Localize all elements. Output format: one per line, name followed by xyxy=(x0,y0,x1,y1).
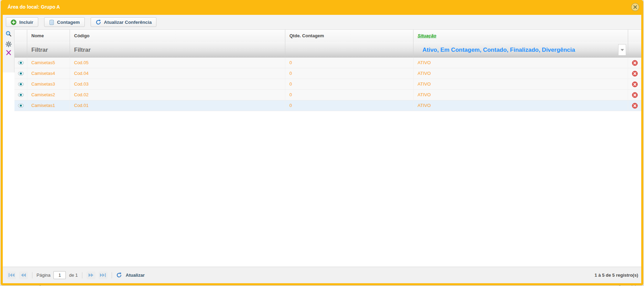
filter-codigo-input[interactable]: Filtrar xyxy=(70,42,285,58)
filter-actions-column xyxy=(628,42,641,58)
delete-row-button[interactable] xyxy=(628,79,641,89)
cell-nome: Camisetas3 xyxy=(27,79,70,89)
eye-icon xyxy=(18,93,24,97)
table-row-selected[interactable]: Camisetas1 Cod.01 0 ATIVO xyxy=(14,100,641,111)
close-icon[interactable] xyxy=(631,3,639,11)
table-row[interactable]: Camisetas5 Cod.05 0 ATIVO xyxy=(14,58,641,68)
view-row-button[interactable] xyxy=(14,100,27,111)
view-row-button[interactable] xyxy=(14,68,27,79)
gear-icon[interactable] xyxy=(6,41,12,47)
filter-nome-input[interactable]: Filtrar xyxy=(27,42,70,58)
cell-qtde: 0 xyxy=(285,68,413,79)
prev-page-button[interactable] xyxy=(19,272,28,279)
cell-qtde: 0 xyxy=(285,58,413,68)
cell-codigo: Cod.02 xyxy=(70,90,285,100)
delete-row-button[interactable] xyxy=(628,68,641,79)
cell-situacao: ATIVO xyxy=(413,100,628,111)
contagem-button[interactable]: Contagem xyxy=(44,17,85,27)
first-page-button[interactable] xyxy=(7,272,16,279)
records-table: Nome Código Qtde. Contagem Situação Filt… xyxy=(14,29,641,111)
cell-codigo: Cod.03 xyxy=(70,79,285,89)
table-row[interactable]: Camisetas2 Cod.02 0 ATIVO xyxy=(14,90,641,100)
atualizar-conferencia-button[interactable]: Atualizar Conferência xyxy=(91,17,157,27)
plus-circle-icon xyxy=(11,19,17,25)
pagination-divider xyxy=(82,272,82,278)
refresh-icon xyxy=(95,19,101,25)
incluir-button[interactable]: Incluir xyxy=(6,17,38,27)
table-row[interactable]: Camisetas4 Cod.04 0 ATIVO xyxy=(14,68,641,79)
situacao-dropdown-button[interactable] xyxy=(618,44,626,56)
filter-view-column xyxy=(14,42,27,58)
atualizar-link[interactable]: Atualizar xyxy=(126,273,145,278)
search-icon[interactable] xyxy=(6,31,12,37)
next-page-icon xyxy=(89,273,93,277)
cell-situacao: ATIVO xyxy=(413,58,628,68)
cell-codigo: Cod.05 xyxy=(70,58,285,68)
prev-page-icon xyxy=(21,273,26,277)
close-x-glyph xyxy=(633,5,637,9)
cell-qtde: 0 xyxy=(285,100,413,111)
filter-qtde-input[interactable] xyxy=(285,42,413,58)
cell-situacao: ATIVO xyxy=(413,79,628,89)
pagination-bar: Página de 1 Atua xyxy=(3,267,641,283)
delete-icon xyxy=(632,103,638,109)
header-qtde-contagem: Qtde. Contagem xyxy=(285,30,413,42)
table-row[interactable]: Camisetas3 Cod.03 0 ATIVO xyxy=(14,79,641,90)
dialog-title: Área do local: Grupo A xyxy=(8,0,60,14)
cell-situacao: ATIVO xyxy=(413,68,628,79)
toolbar: Incluir Contagem Atualizar Conferência xyxy=(3,15,641,29)
incluir-label: Incluir xyxy=(19,20,33,25)
header-codigo: Código xyxy=(70,30,285,42)
table-filter-row: Filtrar Filtrar Ativo, Em Contagem, Cont… xyxy=(14,42,641,58)
chevron-down-icon xyxy=(621,49,624,51)
header-nome: Nome xyxy=(27,30,70,42)
delete-row-button[interactable] xyxy=(628,90,641,100)
delete-row-button[interactable] xyxy=(628,58,641,68)
last-page-button[interactable] xyxy=(99,272,108,279)
ghost-records-label: 1 à 5 de 5 registro(s) xyxy=(593,285,636,286)
header-situacao[interactable]: Situação xyxy=(413,30,628,42)
eye-icon xyxy=(18,61,24,65)
delete-icon xyxy=(632,71,638,77)
last-page-icon xyxy=(100,273,106,277)
cell-qtde: 0 xyxy=(285,90,413,100)
eye-icon xyxy=(18,82,24,86)
pagination-divider xyxy=(32,272,32,278)
of-pages-label: de 1 xyxy=(69,273,78,278)
refresh-icon[interactable] xyxy=(116,272,122,278)
cell-nome: Camisetas2 xyxy=(27,90,70,100)
ghost-pagina-label: Página xyxy=(33,285,47,286)
dialog-content: Incluir Contagem Atualizar Conferência xyxy=(3,15,641,283)
cell-codigo: Cod.01 xyxy=(70,100,285,111)
cell-qtde: 0 xyxy=(285,79,413,89)
header-view-column xyxy=(14,30,27,42)
records-count-label: 1 à 5 de 5 registro(s) xyxy=(595,267,638,283)
view-row-button[interactable] xyxy=(14,58,27,68)
cell-nome: Camisetas1 xyxy=(27,100,70,111)
cell-nome: Camisetas5 xyxy=(27,58,70,68)
clear-filter-x-icon[interactable] xyxy=(6,50,12,55)
dialog-titlebar: Área do local: Grupo A xyxy=(3,0,641,15)
pagina-label: Página xyxy=(37,273,50,278)
eye-icon xyxy=(18,103,24,108)
area-local-dialog: Área do local: Grupo A Incluir xyxy=(1,0,643,285)
delete-row-button[interactable] xyxy=(628,100,641,111)
page-number-input[interactable] xyxy=(53,271,66,279)
pagination-divider xyxy=(112,272,112,278)
view-row-button[interactable] xyxy=(14,79,27,89)
contagem-label: Contagem xyxy=(57,20,80,25)
delete-icon xyxy=(632,92,638,98)
eye-icon xyxy=(18,71,24,76)
filter-situacao-value[interactable]: Ativo, Em Contagem, Contado, Finalizado,… xyxy=(413,42,628,58)
delete-icon xyxy=(632,81,638,87)
next-page-button[interactable] xyxy=(86,272,95,279)
atualizar-conferencia-label: Atualizar Conferência xyxy=(104,20,152,25)
delete-icon xyxy=(632,60,638,66)
first-page-icon xyxy=(9,273,14,277)
cell-codigo: Cod.04 xyxy=(70,68,285,79)
cell-situacao: ATIVO xyxy=(413,90,628,100)
view-row-button[interactable] xyxy=(14,90,27,100)
header-actions-column xyxy=(628,30,641,42)
cell-nome: Camisetas4 xyxy=(27,68,70,79)
clipboard-icon xyxy=(49,19,54,25)
